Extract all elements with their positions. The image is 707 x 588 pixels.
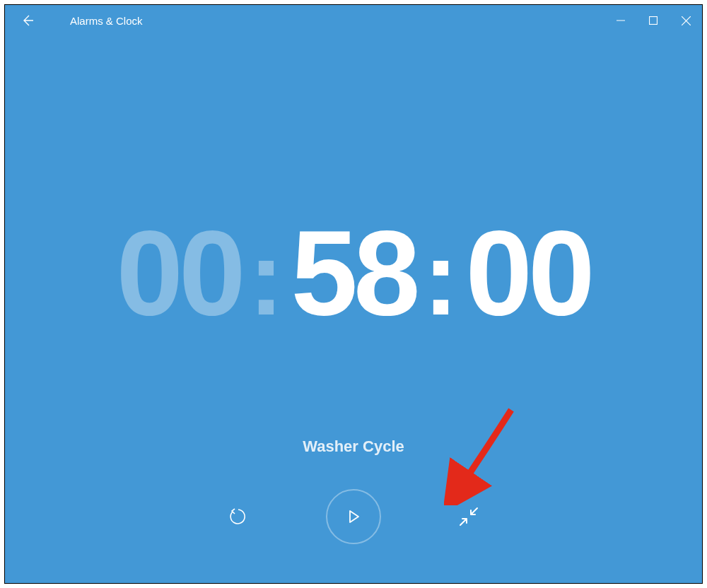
reset-button[interactable]	[221, 500, 255, 534]
collapse-icon	[458, 506, 479, 527]
timer-seconds: 00	[466, 213, 591, 333]
play-button[interactable]	[326, 489, 381, 544]
timer-area: 00 : 58 : 00 Washer Cycle	[5, 5, 702, 583]
timer-display: 00 : 58 : 00	[116, 213, 590, 333]
play-icon	[346, 509, 361, 524]
timer-label: Washer Cycle	[303, 437, 404, 456]
app-window: Alarms & Clock 00 :	[4, 4, 703, 584]
collapse-button[interactable]	[452, 500, 486, 534]
timer-controls	[221, 489, 486, 544]
reset-icon	[228, 507, 248, 527]
timer-hours: 00	[116, 213, 241, 333]
timer-sep1: :	[249, 225, 284, 331]
timer-sep2: :	[423, 225, 459, 331]
timer-minutes: 58	[291, 213, 416, 333]
